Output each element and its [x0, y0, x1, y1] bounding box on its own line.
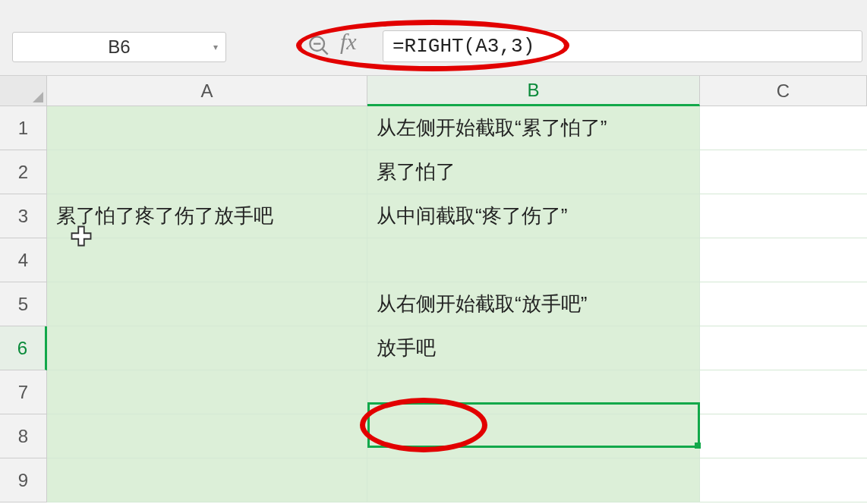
- cell-c1[interactable]: [700, 106, 867, 150]
- formula-bar[interactable]: =RIGHT(A3,3): [383, 30, 862, 62]
- cell-c8[interactable]: [700, 414, 867, 458]
- row-header-3[interactable]: 3: [0, 194, 47, 238]
- cell-reference-text: B6: [108, 36, 130, 58]
- row-header-5[interactable]: 5: [0, 282, 47, 326]
- toolbar: B6 ▾ fx =RIGHT(A3,3): [0, 0, 867, 76]
- column-headers-row: A B C: [0, 76, 867, 106]
- cell-c5[interactable]: [700, 282, 867, 326]
- row-5: 5 从右侧开始截取“放手吧”: [0, 282, 867, 326]
- row-header-2[interactable]: 2: [0, 150, 47, 194]
- chevron-down-icon[interactable]: ▾: [213, 42, 218, 52]
- column-header-a[interactable]: A: [47, 76, 367, 106]
- cell-a7[interactable]: [47, 370, 367, 414]
- cell-c2[interactable]: [700, 150, 867, 194]
- cell-a2[interactable]: [47, 150, 367, 194]
- cell-a4[interactable]: [47, 238, 367, 282]
- cell-b3[interactable]: 从中间截取“疼了伤了”: [367, 194, 700, 238]
- cell-c9[interactable]: [700, 458, 867, 502]
- zoom-out-icon[interactable]: [307, 33, 331, 58]
- row-header-7[interactable]: 7: [0, 370, 47, 414]
- cell-c4[interactable]: [700, 238, 867, 282]
- row-9: 9: [0, 458, 867, 502]
- row-1: 1 从左侧开始截取“累了怕了”: [0, 106, 867, 150]
- cell-b1[interactable]: 从左侧开始截取“累了怕了”: [367, 106, 700, 150]
- select-all-corner[interactable]: [0, 76, 47, 106]
- cell-b4[interactable]: [367, 238, 700, 282]
- cell-a1[interactable]: [47, 106, 367, 150]
- row-2: 2 累了怕了: [0, 150, 867, 194]
- cell-a9[interactable]: [47, 458, 367, 502]
- row-6: 6 放手吧: [0, 326, 867, 370]
- formula-text: =RIGHT(A3,3): [393, 35, 534, 58]
- cell-b7[interactable]: [367, 370, 700, 414]
- cell-b8[interactable]: [367, 414, 700, 458]
- name-box[interactable]: B6 ▾: [12, 32, 226, 62]
- row-header-9[interactable]: 9: [0, 458, 47, 502]
- column-header-b[interactable]: B: [367, 76, 700, 106]
- column-header-c[interactable]: C: [700, 76, 867, 106]
- cell-a5[interactable]: [47, 282, 367, 326]
- row-header-6[interactable]: 6: [0, 326, 47, 370]
- cell-b6[interactable]: 放手吧: [367, 326, 700, 370]
- svg-line-2: [323, 49, 328, 55]
- cell-b5[interactable]: 从右侧开始截取“放手吧”: [367, 282, 700, 326]
- row-8: 8: [0, 414, 867, 458]
- cell-b9[interactable]: [367, 458, 700, 502]
- cell-a3[interactable]: 累了怕了疼了伤了放手吧: [47, 194, 367, 238]
- cell-c7[interactable]: [700, 370, 867, 414]
- cell-a8[interactable]: [47, 414, 367, 458]
- row-4: 4: [0, 238, 867, 282]
- row-header-4[interactable]: 4: [0, 238, 47, 282]
- spreadsheet-grid: A B C 1 从左侧开始截取“累了怕了” 2 累了怕了 3 累了怕了疼了伤了放…: [0, 76, 867, 504]
- cell-c3[interactable]: [700, 194, 867, 238]
- row-header-8[interactable]: 8: [0, 414, 47, 458]
- fx-label[interactable]: fx: [340, 29, 357, 55]
- cell-b2[interactable]: 累了怕了: [367, 150, 700, 194]
- cell-c6[interactable]: [700, 326, 867, 370]
- row-7: 7: [0, 370, 867, 414]
- row-3: 3 累了怕了疼了伤了放手吧 从中间截取“疼了伤了”: [0, 194, 867, 238]
- cell-a6[interactable]: [47, 326, 367, 370]
- row-header-1[interactable]: 1: [0, 106, 47, 150]
